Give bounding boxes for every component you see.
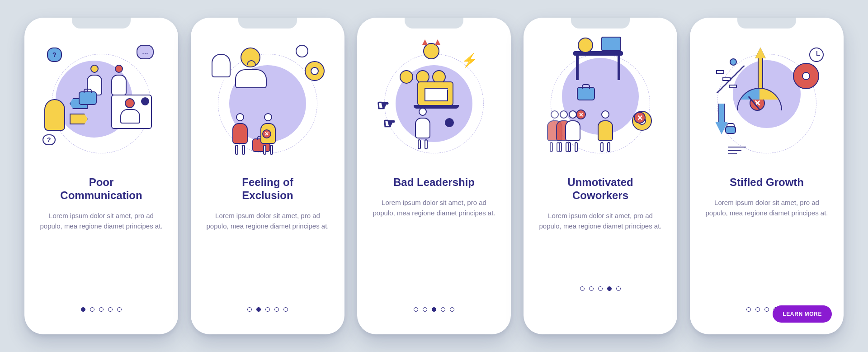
pagination-dots	[247, 307, 288, 312]
person-icon	[414, 108, 431, 151]
illustration-unmotivated-coworkers: ✕ ✕	[542, 45, 659, 162]
arrow-up-icon	[755, 48, 766, 89]
dot-4[interactable]	[441, 307, 445, 312]
laptop-icon	[417, 81, 453, 106]
dot-3[interactable]	[432, 307, 436, 312]
slide-description: Lorem ipsum dolor sit amet, pro ad popul…	[203, 210, 333, 232]
pagination-dots	[414, 307, 454, 312]
briefcase-icon	[79, 91, 97, 105]
slide-title: Feeling of Exclusion	[242, 176, 293, 202]
phone-notch	[571, 18, 630, 29]
dot-5[interactable]	[616, 286, 621, 291]
dot-5[interactable]	[117, 307, 122, 312]
thought-cloud-icon: …	[137, 45, 154, 59]
slide-description: Lorem ipsum dolor sit amet, pro ad popul…	[36, 210, 166, 232]
onboarding-screen-1: ? … ? Poor Communication Lorem ipsum dol…	[24, 18, 178, 334]
people-group-icon: ✕	[546, 110, 581, 153]
x-badge-icon: ✕	[576, 109, 586, 119]
slide-title: Stifled Growth	[730, 176, 804, 189]
gear-icon	[305, 61, 325, 81]
dot-2[interactable]	[423, 307, 427, 312]
onboarding-screen-2: ✕ Feeling of Exclusion Lorem ipsum dolor…	[191, 18, 344, 334]
dot-4[interactable]	[607, 286, 612, 291]
dot-3[interactable]	[265, 307, 270, 312]
arrow-down-icon	[715, 104, 728, 134]
onboarding-screen-5: ✕ Stifled Growth Lorem ipsum dolor sit a…	[690, 18, 844, 334]
illustration-feeling-of-exclusion: ✕	[209, 45, 326, 162]
phone-notch	[72, 18, 131, 29]
sad-person-icon	[241, 48, 267, 88]
phone-notch	[405, 18, 463, 29]
x-badge-icon: ✕	[262, 129, 271, 138]
illustration-bad-leadership: ⚡ ☞ ☞	[375, 45, 493, 162]
arrow-right-icon	[70, 114, 88, 124]
onboarding-screen-3: ⚡ ☞ ☞ Bad Leadership Lorem ipsum dolor s…	[357, 18, 511, 334]
gear-icon	[793, 63, 819, 89]
speech-bubbles-icon: ?	[47, 48, 62, 62]
slide-description: Lorem ipsum dolor sit amet, pro ad popul…	[702, 197, 832, 219]
onboarding-screen-4: ✕ ✕ Unmotivated Coworkers Lorem ipsum do…	[524, 18, 677, 334]
slide-description: Lorem ipsum dolor sit amet, pro ad popul…	[369, 197, 499, 219]
slide-title: Bad Leadership	[393, 176, 475, 189]
briefcase-icon	[577, 87, 595, 100]
slide-title: Unmotivated Coworkers	[567, 176, 633, 202]
speed-lines-icon	[728, 147, 746, 155]
dot-1[interactable]	[414, 307, 418, 312]
photo-frame-icon	[111, 95, 152, 129]
pointing-hand-icon: ☞	[383, 115, 396, 131]
clock-icon	[809, 48, 824, 62]
dot-1[interactable]	[247, 307, 252, 312]
slide-description: Lorem ipsum dolor sit amet, pro ad popul…	[535, 210, 665, 232]
person-confused-icon	[44, 99, 65, 131]
dot-2[interactable]	[589, 286, 594, 291]
dot-5[interactable]	[283, 307, 288, 312]
dot-5[interactable]	[450, 307, 454, 312]
learn-more-button[interactable]: LEARN MORE	[773, 305, 832, 323]
phone-notch	[238, 18, 297, 29]
dot-4[interactable]	[274, 307, 279, 312]
moon-icon	[445, 118, 454, 127]
dot-2[interactable]	[256, 307, 261, 312]
dot-2[interactable]	[90, 307, 94, 312]
dot-1[interactable]	[81, 307, 85, 312]
slide-title: Poor Communication	[60, 176, 142, 202]
x-badge-icon: ✕	[634, 112, 646, 124]
clock-icon	[296, 45, 308, 57]
stop-hand-icon	[212, 54, 231, 77]
dot-3[interactable]	[99, 307, 104, 312]
dot-3[interactable]	[764, 307, 769, 312]
person-yellow-icon	[597, 110, 614, 153]
envelope-icon	[425, 88, 448, 101]
person-red-icon	[231, 113, 249, 156]
dot-4[interactable]	[108, 307, 113, 312]
dot-3[interactable]	[598, 286, 603, 291]
illustration-stifled-growth: ✕	[708, 45, 826, 162]
dot-1[interactable]	[580, 286, 585, 291]
devil-boss-icon	[423, 43, 439, 59]
sleeping-at-desk-icon	[573, 51, 623, 56]
pointing-hand-icon: ☞	[377, 97, 389, 113]
dot-1[interactable]	[746, 307, 751, 312]
phone-notch	[737, 18, 796, 29]
lightning-icon: ⚡	[462, 53, 477, 68]
pagination-dots	[81, 307, 122, 312]
stairs-icon	[716, 58, 745, 93]
pagination-dots	[580, 286, 621, 291]
moon-icon	[141, 97, 149, 105]
question-icon: ?	[42, 134, 56, 145]
person-yellow-icon: ✕	[259, 113, 277, 156]
illustration-poor-communication: ? … ?	[42, 45, 160, 162]
dot-2[interactable]	[755, 307, 760, 312]
